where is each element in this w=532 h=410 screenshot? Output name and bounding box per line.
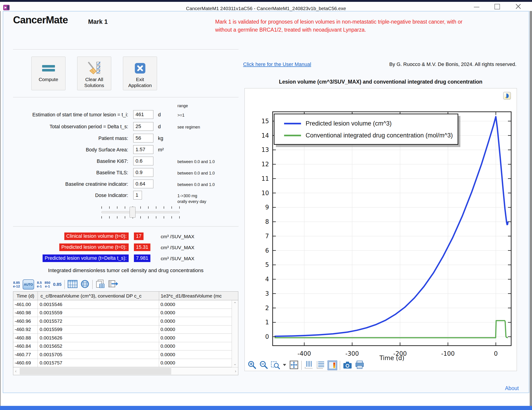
zoom-out-icon[interactable] xyxy=(259,360,268,370)
dose-slider-thumb[interactable] xyxy=(130,207,135,218)
user-manual-link[interactable]: Click here for the User Manual xyxy=(243,61,311,67)
form-row: Estimation of start time of tumor lesion… xyxy=(13,110,242,119)
col-header-cd1[interactable]: 1e3*c_d1/BreastVolume (mc xyxy=(159,292,238,300)
svg-text:0: 0 xyxy=(265,333,269,340)
table-row[interactable]: -460.880.00156260.0000 xyxy=(13,334,232,342)
close-button[interactable] xyxy=(515,3,522,10)
table-row[interactable]: -460.960.00155720.0000 xyxy=(13,317,232,325)
zoom-options-caret-icon[interactable] xyxy=(283,363,287,367)
range-column-header: range xyxy=(177,104,188,108)
observation-period-input[interactable] xyxy=(133,122,153,131)
clinical-volume-value: 17 xyxy=(134,233,143,240)
body-surface-area-input[interactable] xyxy=(133,145,153,154)
scroll-left-icon[interactable]: ‹ xyxy=(15,369,17,374)
minimize-button[interactable] xyxy=(474,7,479,7)
scroll-down-icon[interactable]: ⌄ xyxy=(233,361,237,366)
table-row[interactable]: -460.920.00155990.0000 xyxy=(13,325,232,334)
table-row[interactable]: -461.000.00155460.0000 xyxy=(13,300,232,309)
form-row: Baseline Ki67: between 0.0 and 1.0 xyxy=(13,157,242,166)
result-row: Predicted lesion volume (t=Delta t_s): 7… xyxy=(13,254,242,263)
zoom-in-icon[interactable] xyxy=(247,360,256,370)
form-row: Baseline TILS: between 0.0 and 1.0 xyxy=(13,168,242,177)
result-unit: cm³ /SUV_MAX xyxy=(161,234,194,239)
result-unit: cm³ /SUV_MAX xyxy=(161,256,194,261)
svg-text:4: 4 xyxy=(265,276,269,283)
equals-icon xyxy=(42,57,55,77)
window-left-edge xyxy=(0,11,1,406)
legend-label: Predicted lesion volume (cm^3) xyxy=(306,120,392,127)
observation-period-label: Total observation period = Delta t_s: xyxy=(13,124,128,130)
svg-text:12: 12 xyxy=(261,161,269,168)
engineering-notation-button[interactable]: 850 e-1 xyxy=(45,281,50,288)
print-icon[interactable] xyxy=(355,360,364,370)
table-horizontal-scrollbar[interactable]: ‹ › xyxy=(13,367,238,375)
svg-text:9: 9 xyxy=(265,204,269,211)
col-header-time[interactable]: Time (d) xyxy=(13,293,38,299)
decimal-notation-button[interactable]: 0.85 xyxy=(53,282,62,287)
broom-checklist-icon xyxy=(87,57,101,77)
table-row[interactable]: -460.690.00157570.0000 xyxy=(13,359,232,367)
col-header-cc[interactable]: c_c/BreastVolume (cm^3), conventional DP… xyxy=(38,292,159,300)
start-time-input[interactable] xyxy=(133,110,153,119)
form-row: Baseline creatinine indicator: between 0… xyxy=(13,180,242,189)
chart-legend: Predicted lesion volume (cm^3) Conventio… xyxy=(274,114,458,145)
clear-all-solutions-label: Clear All Solutions xyxy=(84,77,104,88)
svg-text:6: 6 xyxy=(265,247,269,254)
copyright-text: By G. Ruocco & M.V. De Bonis, 2024. All … xyxy=(343,61,516,67)
unit-label: d xyxy=(158,124,161,130)
slider-track[interactable] xyxy=(101,211,180,213)
full-precision-button[interactable]: 8.85 e-12 xyxy=(13,281,20,288)
plot-logo-icon[interactable] xyxy=(503,92,511,101)
chart-panel: 0123456789101112131415-400-300-200-1000 … xyxy=(245,88,517,371)
table-row[interactable]: -460.840.00156520.0000 xyxy=(13,342,232,351)
table-view-icon[interactable] xyxy=(67,279,78,290)
color-legend-toggle-icon[interactable] xyxy=(328,361,337,370)
baseline-tils-label: Baseline TILS: xyxy=(13,170,128,176)
scrollbar-thumb[interactable] xyxy=(20,368,171,374)
baseline-creatinine-input[interactable] xyxy=(133,180,153,188)
predicted-volume-t0-value: 15.31 xyxy=(134,244,150,251)
form-row: Dose Indicator: 1->300 mg orally every d… xyxy=(13,191,242,200)
snapshot-camera-icon[interactable] xyxy=(343,360,352,370)
clear-all-solutions-button[interactable]: Clear All Solutions xyxy=(77,57,111,90)
clinical-volume-label: Clinical lesion volume (t=0): xyxy=(64,233,129,240)
baseline-tils-input[interactable] xyxy=(133,168,153,177)
about-link[interactable]: About xyxy=(505,385,519,391)
legend-label: Conventional integrated drug concentrati… xyxy=(306,132,453,139)
toolbar-separator xyxy=(301,361,302,370)
baseline-ki67-label: Baseline Ki67: xyxy=(13,158,128,164)
zoom-extents-icon[interactable] xyxy=(289,360,299,371)
scroll-up-icon[interactable]: ⌃ xyxy=(233,301,237,306)
compute-button[interactable]: Compute xyxy=(31,57,66,90)
polar-plot-icon[interactable] xyxy=(80,279,89,290)
y-grid-icon[interactable] xyxy=(316,360,325,370)
dose-indicator-input[interactable] xyxy=(133,191,142,199)
copy-table-icon[interactable] xyxy=(95,279,105,290)
predicted-volume-t0-label: Predicted lesion volume (t=0): xyxy=(59,244,129,251)
chart-toolbar xyxy=(247,360,364,371)
toolbar-separator xyxy=(340,361,340,370)
table-header-row: Time (d) c_c/BreastVolume (cm^3), conven… xyxy=(13,292,238,300)
scroll-right-icon[interactable]: › xyxy=(235,369,236,374)
table-vertical-scrollbar[interactable]: ⌃ ⌄ xyxy=(232,300,238,367)
x-grid-icon[interactable] xyxy=(304,360,314,370)
table-section-title: Integrated dimensionless tumor cell dens… xyxy=(13,268,238,273)
zoom-box-icon[interactable] xyxy=(271,360,280,370)
svg-text:7: 7 xyxy=(265,233,269,240)
validation-note: Mark 1 is validated for prognoses of les… xyxy=(215,18,524,34)
baseline-creatinine-label: Baseline creatinine indicator: xyxy=(13,181,128,187)
taskbar-edge xyxy=(0,406,532,410)
export-icon[interactable] xyxy=(108,279,118,290)
scientific-notation-button[interactable]: 8.5 e-1 xyxy=(37,281,42,288)
table-row[interactable]: -460.770.00157050.0000 xyxy=(13,351,232,359)
maximize-button[interactable] xyxy=(494,4,500,10)
table-row[interactable]: -460.980.00155590.0000 xyxy=(13,309,232,317)
auto-format-button[interactable]: AUTO xyxy=(23,279,34,290)
svg-text:15: 15 xyxy=(261,118,269,125)
baseline-ki67-input[interactable] xyxy=(133,157,153,165)
range-note: >=1 xyxy=(177,112,184,118)
range-note: between 0.0 and 1.0 xyxy=(177,182,215,188)
divider xyxy=(13,226,238,226)
patient-mass-input[interactable] xyxy=(133,134,153,142)
exit-application-button[interactable]: Exit Application xyxy=(123,57,157,90)
